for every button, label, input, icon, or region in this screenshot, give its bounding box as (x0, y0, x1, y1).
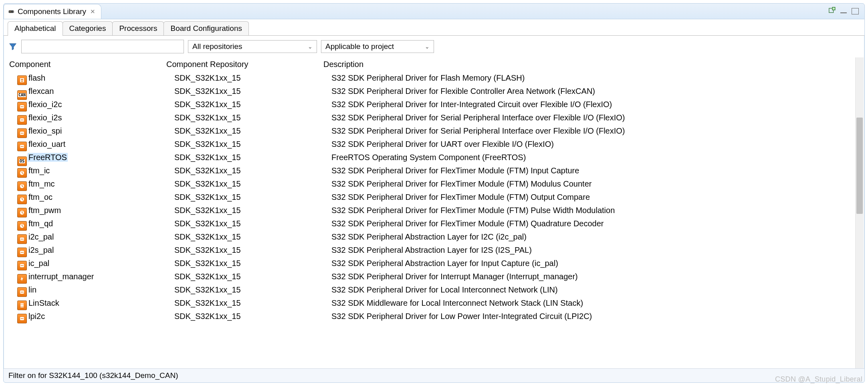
close-view-icon[interactable]: ✕ (90, 8, 95, 15)
subtabs: AlphabeticalCategoriesProcessorsBoard Co… (4, 19, 864, 36)
subtab-alphabetical[interactable]: Alphabetical (8, 21, 63, 35)
table-row[interactable]: interrupt_managerSDK_S32K1xx_15S32 SDK P… (4, 270, 855, 283)
table-row[interactable]: flexio_uartSDK_S32K1xx_15S32 SDK Periphe… (4, 138, 855, 151)
component-repo: SDK_S32K1xx_15 (174, 244, 331, 257)
int-icon (17, 274, 27, 284)
can-icon: CAN (17, 90, 27, 100)
stack-icon (17, 301, 27, 310)
component-desc: S32 SDK Peripheral Driver for FlexTimer … (331, 177, 855, 191)
table-row[interactable]: LinStackSDK_S32K1xx_15S32 SDK Middleware… (4, 297, 855, 310)
component-name: flexio_spi (28, 124, 174, 138)
svg-point-29 (21, 238, 22, 240)
minimize-icon[interactable] (840, 9, 847, 13)
scope-combo[interactable]: Applicable to project ⌄ (321, 40, 434, 53)
vertical-scrollbar[interactable] (855, 57, 864, 369)
component-desc: S32 SDK Peripheral Driver for Low Power … (331, 310, 855, 323)
component-name: lin (28, 283, 174, 297)
component-repo: SDK_S32K1xx_15 (174, 283, 331, 297)
table-row[interactable]: i2c_palSDK_S32K1xx_15S32 SDK Peripheral … (4, 230, 855, 244)
svg-rect-11 (20, 105, 24, 108)
component-desc: S32 SDK Peripheral Driver for FlexTimer … (331, 164, 855, 177)
component-desc: S32 SDK Peripheral Driver for UART over … (331, 138, 855, 151)
table-row[interactable]: ftm_ocSDK_S32K1xx_15S32 SDK Peripheral D… (4, 191, 855, 204)
status-bar: Filter on for S32K144_100 (s32k144_Demo_… (4, 368, 864, 382)
svg-rect-41 (20, 305, 24, 306)
table-row[interactable]: CANflexcanSDK_S32K1xx_15S32 SDK Peripher… (4, 85, 855, 98)
chip-icon (7, 8, 15, 16)
component-desc: S32 SDK Middleware for Local Interconnec… (331, 297, 855, 310)
table-row[interactable]: flexio_spiSDK_S32K1xx_15S32 SDK Peripher… (4, 124, 855, 138)
new-view-icon[interactable] (828, 7, 836, 16)
svg-rect-2 (8, 12, 9, 12)
svg-point-21 (21, 146, 22, 147)
subtab-categories[interactable]: Categories (63, 21, 113, 35)
table-row[interactable]: ic_palSDK_S32K1xx_15S32 SDK Peripheral A… (4, 257, 855, 270)
svg-rect-10 (21, 81, 23, 81)
maximize-icon[interactable] (852, 8, 859, 14)
component-desc: S32 SDK Peripheral Driver for Serial Per… (331, 111, 855, 124)
scope-combo-label: Applicable to project (325, 42, 394, 51)
component-name: flexcan (28, 85, 174, 98)
table-row[interactable]: linSDK_S32K1xx_15S32 SDK Peripheral Driv… (4, 283, 855, 297)
table-row[interactable]: lpi2cSDK_S32K1xx_15S32 SDK Peripheral Dr… (4, 310, 855, 323)
table-row[interactable]: flexio_i2cSDK_S32K1xx_15S32 SDK Peripher… (4, 98, 855, 111)
svg-point-35 (21, 265, 22, 266)
subtab-board-configurations[interactable]: Board Configurations (164, 21, 249, 35)
table-row[interactable]: flashSDK_S32K1xx_15S32 SDK Peripheral Dr… (4, 71, 855, 85)
clock-icon (17, 181, 27, 191)
svg-rect-28 (20, 238, 24, 241)
phone-icon (17, 128, 27, 138)
filter-input[interactable] (21, 40, 184, 53)
phone-icon (17, 234, 27, 244)
component-name: ftm_oc (28, 191, 174, 204)
header-repository[interactable]: Component Repository (166, 60, 323, 69)
component-name: flexio_i2s (28, 111, 174, 124)
component-desc: S32 SDK Peripheral Driver for FlexTimer … (331, 204, 855, 217)
svg-point-12 (21, 106, 22, 107)
header-description[interactable]: Description (323, 60, 855, 69)
component-repo: SDK_S32K1xx_15 (174, 230, 331, 244)
title-controls (828, 7, 864, 16)
header-component[interactable]: Component (9, 60, 166, 69)
svg-point-38 (21, 291, 22, 293)
subtab-processors[interactable]: Processors (112, 21, 164, 35)
table-row[interactable]: i2s_palSDK_S32K1xx_15S32 SDK Peripheral … (4, 244, 855, 257)
phone-icon (17, 115, 27, 125)
component-desc: S32 SDK Peripheral Driver for Flexible C… (331, 85, 855, 98)
component-desc: S32 SDK Peripheral Abstraction Layer for… (331, 230, 855, 244)
svg-rect-14 (20, 118, 24, 122)
scrollbar-thumb[interactable] (856, 118, 863, 214)
column-headers: Component Component Repository Descripti… (4, 57, 855, 71)
component-desc: S32 SDK Peripheral Driver for Serial Per… (331, 124, 855, 138)
chevron-down-icon: ⌄ (308, 43, 313, 50)
component-repo: SDK_S32K1xx_15 (174, 270, 331, 283)
table-row[interactable]: OSFreeRTOSSDK_S32K1xx_15FreeRTOS Operati… (4, 151, 855, 164)
repository-combo[interactable]: All repositories ⌄ (188, 40, 317, 53)
component-desc: S32 SDK Peripheral Driver for Flash Memo… (331, 71, 855, 85)
component-name: interrupt_manager (28, 270, 174, 283)
table-row[interactable]: ftm_icSDK_S32K1xx_15S32 SDK Peripheral D… (4, 164, 855, 177)
clock-icon (17, 208, 27, 217)
component-desc: S32 SDK Peripheral Abstraction Layer for… (331, 244, 855, 257)
svg-point-39 (22, 291, 24, 293)
table-row[interactable]: ftm_qdSDK_S32K1xx_15S32 SDK Peripheral D… (4, 217, 855, 230)
filter-bar: All repositories ⌄ Applicable to project… (4, 36, 864, 57)
view-tab-host: Components Library ✕ (4, 4, 101, 19)
component-desc: S32 SDK Peripheral Abstraction Layer for… (331, 257, 855, 270)
svg-rect-34 (20, 264, 24, 267)
svg-rect-31 (20, 251, 24, 254)
svg-rect-1 (8, 11, 9, 11)
table-row[interactable]: ftm_pwmSDK_S32K1xx_15S32 SDK Peripheral … (4, 204, 855, 217)
view-tab-components-library[interactable]: Components Library ✕ (4, 4, 101, 19)
component-name: FreeRTOS (28, 151, 174, 164)
svg-point-19 (22, 132, 24, 134)
svg-rect-8 (20, 78, 24, 82)
table-row[interactable]: flexio_i2sSDK_S32K1xx_15S32 SDK Peripher… (4, 111, 855, 124)
svg-point-32 (21, 252, 22, 253)
phone-icon (17, 261, 27, 270)
filter-icon[interactable] (8, 42, 17, 51)
svg-point-16 (22, 119, 24, 120)
watermark: CSDN @A_Stupid_Liberal (775, 375, 862, 384)
svg-point-45 (22, 318, 24, 319)
table-row[interactable]: ftm_mcSDK_S32K1xx_15S32 SDK Peripheral D… (4, 177, 855, 191)
